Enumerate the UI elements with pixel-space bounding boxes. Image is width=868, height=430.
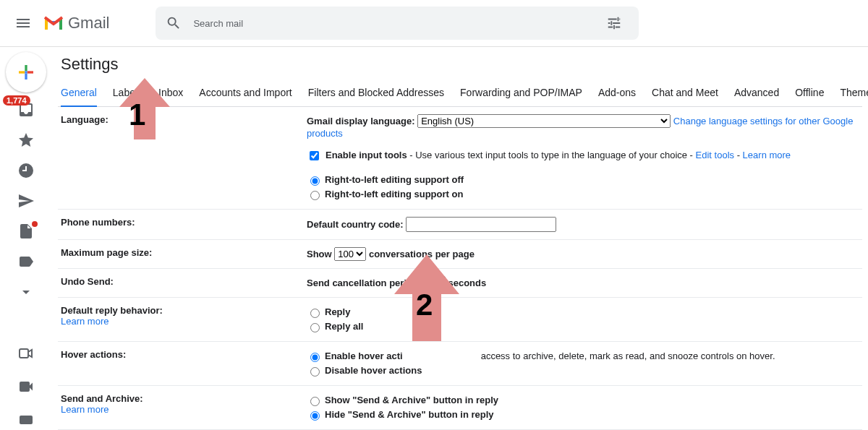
sidebar-hangouts[interactable]: [17, 411, 35, 429]
rtl-off-label: Right-to-left editing support off: [325, 173, 464, 187]
annotation-num-1: 1: [129, 98, 145, 132]
country-code-label: Default country code:: [307, 219, 404, 230]
tab-offline[interactable]: Offline: [795, 82, 824, 106]
svg-rect-0: [25, 71, 27, 73]
tab-themes[interactable]: Themes: [840, 82, 868, 106]
tab-accounts[interactable]: Accounts and Import: [199, 82, 292, 106]
annotation-num-2: 2: [416, 288, 433, 322]
sendarchive-label: Send and Archive:: [61, 393, 143, 404]
sidebar-more[interactable]: [17, 283, 35, 301]
display-language-label: Gmail display language:: [307, 116, 415, 126]
rtl-on-label: Right-to-left editing support on: [325, 187, 463, 202]
search-icon: [166, 15, 182, 31]
video-icon: [17, 345, 35, 362]
tune-icon: [606, 15, 622, 31]
reply-all-radio[interactable]: [310, 323, 320, 332]
chevron-down-icon: [17, 283, 35, 301]
reply-label: Default reply behavior:: [61, 305, 163, 316]
show-send-archive-radio[interactable]: [310, 397, 320, 406]
enable-input-tools-label: Enable input tools: [326, 150, 407, 160]
input-tools-learn-more-link[interactable]: Learn more: [743, 150, 791, 160]
page-title: Settings: [61, 55, 862, 74]
compose-plus-icon: [15, 61, 37, 83]
reply-opt-reply: Reply: [325, 305, 350, 319]
video-solid-icon: [17, 378, 35, 395]
inbox-unread-badge: 1,774: [3, 95, 30, 106]
hover-label: Hover actions:: [61, 349, 307, 378]
enable-input-tools-checkbox[interactable]: [310, 151, 319, 160]
clock-icon: [17, 162, 35, 179]
enable-input-tools-desc: - Use various text input tools to type i…: [407, 150, 696, 160]
drafts-indicator-dot: [32, 221, 38, 227]
pagesize-select[interactable]: 100: [334, 247, 366, 261]
hide-send-archive-radio[interactable]: [310, 411, 320, 421]
svg-rect-2: [20, 416, 33, 424]
sendarchive-learn-more-link[interactable]: Learn more: [61, 404, 109, 415]
tab-addons[interactable]: Add-ons: [598, 82, 636, 106]
send-icon: [17, 192, 35, 210]
hide-send-archive-label: Hide "Send & Archive" button in reply: [325, 408, 494, 422]
enable-hover-desc: access to archive, delete, mark as read,…: [481, 349, 775, 364]
display-language-select[interactable]: English (US): [417, 114, 671, 128]
pagesize-show: Show: [307, 249, 332, 259]
reply-radio[interactable]: [310, 309, 320, 318]
tab-general[interactable]: General: [61, 82, 97, 107]
sidebar-meet-join[interactable]: [17, 378, 35, 395]
tab-filters[interactable]: Filters and Blocked Addresses: [308, 82, 444, 106]
settings-tabs: General Labels Inbox Accounts and Import…: [58, 82, 862, 107]
tab-chat[interactable]: Chat and Meet: [652, 82, 718, 106]
tab-inbox[interactable]: Inbox: [158, 82, 183, 106]
disable-hover-radio[interactable]: [310, 367, 320, 377]
search-input[interactable]: [192, 17, 600, 30]
undo-suffix: seconds: [448, 278, 486, 288]
sidebar-snoozed[interactable]: [17, 162, 35, 179]
tab-forwarding[interactable]: Forwarding and POP/IMAP: [460, 82, 582, 106]
label-icon: [17, 253, 35, 270]
enable-hover-radio[interactable]: [310, 353, 320, 362]
hamburger-icon: [14, 14, 32, 32]
reply-learn-more-link[interactable]: Learn more: [61, 316, 109, 327]
country-code-input[interactable]: [406, 217, 556, 232]
svg-rect-1: [20, 349, 28, 358]
undo-prefix: Send cancellation period:: [307, 278, 421, 288]
rtl-on-radio[interactable]: [310, 191, 320, 200]
gmail-logo[interactable]: Gmail: [43, 14, 109, 33]
star-icon: [17, 132, 35, 149]
sidebar-categories[interactable]: [17, 253, 35, 270]
show-send-archive-label: Show "Send & Archive" button in reply: [325, 393, 498, 408]
reply-opt-replyall: Reply all: [325, 319, 363, 334]
compose-button[interactable]: [6, 52, 46, 93]
gmail-logo-icon: [43, 15, 64, 31]
pagesize-suffix: conversations per page: [369, 249, 475, 259]
disable-hover-label: Disable hover actions: [325, 364, 422, 378]
edit-tools-link[interactable]: Edit tools: [696, 150, 734, 160]
sidebar-drafts[interactable]: [17, 223, 35, 240]
enable-hover-label: Enable hover acti: [325, 349, 403, 364]
main-menu-button[interactable]: [6, 6, 41, 40]
keyboard-icon: [17, 411, 35, 429]
search-bar[interactable]: [156, 7, 639, 40]
gmail-logo-text: Gmail: [68, 14, 109, 33]
sidebar-starred[interactable]: [17, 132, 35, 149]
language-label: Language:: [61, 114, 307, 202]
undo-label: Undo Send:: [61, 276, 307, 290]
sidebar-inbox[interactable]: 1,774: [17, 101, 35, 119]
sidebar-sent[interactable]: [17, 192, 35, 210]
sidebar-meet-new[interactable]: [17, 345, 35, 362]
rtl-off-radio[interactable]: [310, 176, 320, 186]
search-options-button[interactable]: [600, 9, 629, 38]
pagesize-label: Maximum page size:: [61, 247, 307, 261]
phone-label: Phone numbers:: [61, 217, 307, 232]
tab-advanced[interactable]: Advanced: [734, 82, 779, 106]
